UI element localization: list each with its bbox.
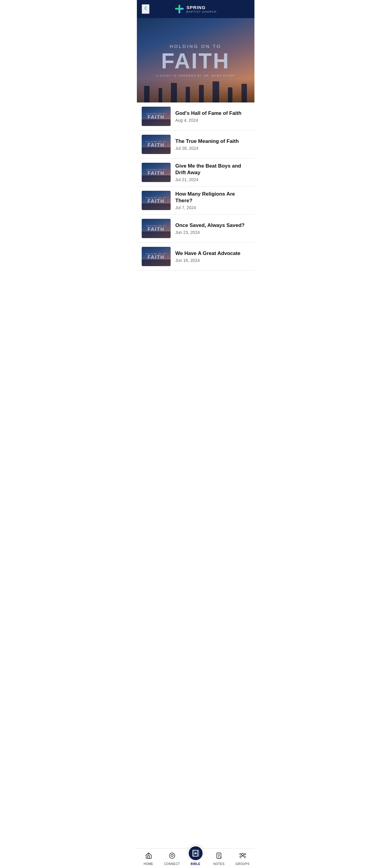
svg-rect-2 bbox=[178, 5, 180, 8]
silhouette-2 bbox=[158, 88, 162, 102]
silhouette-8 bbox=[241, 84, 247, 102]
sermon-title-3: Give Me the Beat Boys and Drift Away bbox=[176, 163, 250, 176]
silhouette-5 bbox=[199, 85, 204, 102]
sermon-item-5[interactable]: HOLDING ON TO FAITH Once Saved, Always S… bbox=[137, 215, 254, 243]
sermon-item-6[interactable]: HOLDING ON TO FAITH We Have A Great Advo… bbox=[137, 243, 254, 271]
sermon-title-6: We Have A Great Advocate bbox=[176, 250, 250, 257]
sermon-date-5: Jun 23, 2024 bbox=[176, 230, 250, 235]
sermon-info-1: God's Hall of Fame of Faith Aug 4, 2024 bbox=[176, 110, 250, 123]
sermon-date-4: Jul 7, 2024 bbox=[176, 205, 250, 210]
sermon-thumb-5: HOLDING ON TO FAITH bbox=[142, 219, 171, 238]
sermon-item-4[interactable]: HOLDING ON TO FAITH How Many Religions A… bbox=[137, 187, 254, 215]
hero-silhouettes bbox=[137, 72, 254, 102]
back-button[interactable] bbox=[142, 4, 150, 14]
sermon-date-6: Jun 16, 2024 bbox=[176, 258, 250, 263]
hero-title-small: HOLDING ON TO bbox=[170, 44, 221, 49]
sermon-date-3: Jul 21, 2024 bbox=[176, 177, 250, 182]
sermon-info-2: The True Meaning of Faith Jul 28, 2024 bbox=[176, 138, 250, 151]
silhouette-3 bbox=[171, 83, 177, 102]
sermon-thumb-1: HOLDING ON TO FAITH bbox=[142, 107, 171, 126]
app-header: SPRING BAPTIST CHURCH bbox=[137, 0, 254, 18]
sermon-title-1: God's Hall of Fame of Faith bbox=[176, 110, 250, 117]
sermon-list: HOLDING ON TO FAITH God's Hall of Fame o… bbox=[137, 102, 254, 271]
sermon-item-2[interactable]: HOLDING ON TO FAITH The True Meaning of … bbox=[137, 130, 254, 158]
sermon-info-3: Give Me the Beat Boys and Drift Away Jul… bbox=[176, 163, 250, 182]
silhouette-4 bbox=[186, 87, 190, 102]
silhouette-1 bbox=[144, 86, 150, 102]
sermon-title-5: Once Saved, Always Saved? bbox=[176, 222, 250, 229]
sermon-title-2: The True Meaning of Faith bbox=[176, 138, 250, 145]
sermon-info-6: We Have A Great Advocate Jun 16, 2024 bbox=[176, 250, 250, 263]
sermon-title-4: How Many Religions Are There? bbox=[176, 191, 250, 204]
hero-title-main: FAITH bbox=[161, 50, 230, 72]
app-logo: SPRING BAPTIST CHURCH bbox=[175, 4, 217, 14]
silhouette-7 bbox=[228, 87, 233, 102]
sermon-item-3[interactable]: HOLDING ON TO FAITH Give Me the Beat Boy… bbox=[137, 158, 254, 187]
silhouette-6 bbox=[213, 82, 219, 102]
sermon-date-1: Aug 4, 2024 bbox=[176, 118, 250, 123]
logo-name: SPRING bbox=[187, 5, 206, 10]
sermon-info-5: Once Saved, Always Saved? Jun 23, 2024 bbox=[176, 222, 250, 235]
sermon-thumb-6: HOLDING ON TO FAITH bbox=[142, 247, 171, 266]
sermon-date-2: Jul 28, 2024 bbox=[176, 146, 250, 151]
sermon-info-4: How Many Religions Are There? Jul 7, 202… bbox=[176, 191, 250, 210]
sermon-item-1[interactable]: HOLDING ON TO FAITH God's Hall of Fame o… bbox=[137, 102, 254, 130]
svg-rect-3 bbox=[175, 8, 179, 10]
sermon-thumb-2: HOLDING ON TO FAITH bbox=[142, 135, 171, 154]
cross-icon bbox=[175, 4, 184, 14]
logo-sub: BAPTIST CHURCH bbox=[187, 10, 217, 13]
sermon-thumb-3: HOLDING ON TO FAITH bbox=[142, 163, 171, 182]
sermon-thumb-4: HOLDING ON TO FAITH bbox=[142, 191, 171, 210]
hero-banner: HOLDING ON TO FAITH A STUDY IN HEBREWS B… bbox=[137, 18, 254, 102]
